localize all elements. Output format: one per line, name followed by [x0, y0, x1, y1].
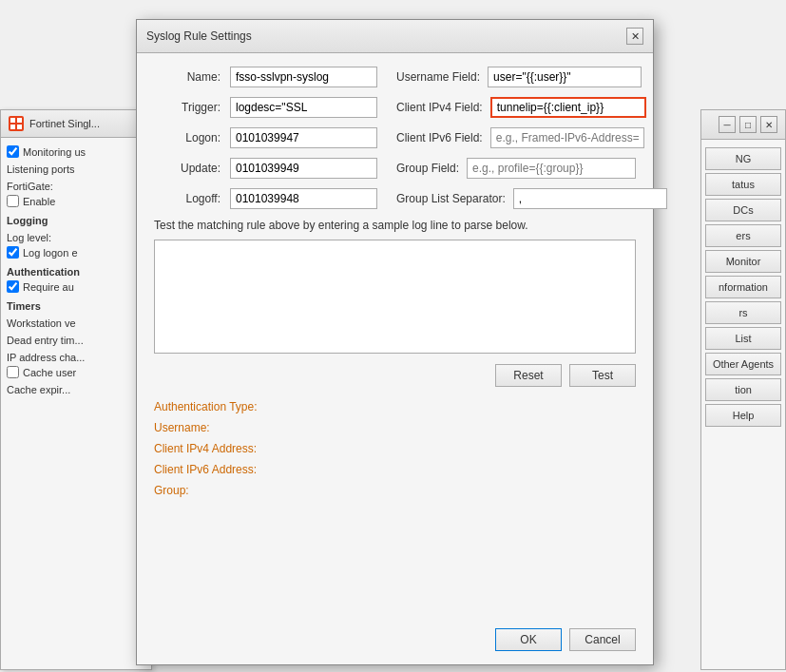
test-buttons: Reset Test — [154, 364, 636, 387]
rpanel-help-button[interactable]: Help — [705, 404, 781, 427]
dead-entry-label: Dead entry tim... — [7, 335, 145, 346]
trigger-input[interactable] — [230, 97, 377, 118]
logoff-input[interactable] — [230, 188, 377, 209]
monitoring-checkbox-row[interactable]: Monitoring us — [7, 145, 145, 158]
client-ipv4-result-label: Client IPv4 Address: — [154, 442, 257, 455]
rpanel-other-agents-button[interactable]: Other Agents — [705, 353, 781, 375]
dialog-close-button[interactable]: ✕ — [626, 28, 643, 45]
svg-rect-0 — [10, 118, 15, 123]
username-field-section: Username Field: — [396, 67, 642, 87]
rpanel-rs-button[interactable]: rs — [705, 301, 781, 324]
name-input[interactable] — [230, 67, 377, 87]
cache-expiry-label: Cache expir... — [7, 384, 145, 395]
log-logon-label: Log logon e — [23, 247, 78, 259]
require-auth-checkbox[interactable] — [7, 280, 19, 293]
result-area: Authentication Type: Username: Client IP… — [154, 400, 636, 501]
right-panel: ─ □ ✕ NG tatus DCs ers Monitor nformatio… — [700, 109, 786, 670]
rpanel-list-button[interactable]: List — [705, 327, 781, 350]
group-field-section: Group Field: — [396, 158, 636, 179]
client-ipv6-field-label: Client IPv6 Field: — [396, 131, 483, 144]
client-ipv4-field-label: Client IPv4 Field: — [396, 101, 483, 114]
trigger-row: Trigger: Client IPv4 Field: — [154, 97, 636, 118]
test-button[interactable]: Test — [569, 364, 636, 387]
timers-section-title: Timers — [7, 300, 145, 312]
group-result-label: Group: — [154, 484, 189, 497]
dialog-title: Syslog Rule Settings — [146, 29, 252, 43]
trigger-label: Trigger: — [154, 101, 220, 114]
update-input[interactable] — [230, 158, 377, 179]
rpanel-ers-button[interactable]: ers — [705, 224, 781, 247]
log-logon-checkbox[interactable] — [7, 246, 19, 259]
rpanel-dcs-button[interactable]: DCs — [705, 199, 781, 221]
cache-user-checkbox[interactable] — [7, 366, 19, 378]
logging-section-title: Logging — [7, 215, 145, 226]
client-ipv4-result-row: Client IPv4 Address: — [154, 442, 636, 459]
require-auth-label: Require au — [23, 281, 74, 293]
log-logon-checkbox-row[interactable]: Log logon e — [7, 246, 145, 259]
auth-type-result-label: Authentication Type: — [154, 400, 258, 413]
name-row: Name: Username Field: — [154, 67, 636, 87]
username-result-row: Username: — [154, 421, 636, 438]
client-ipv4-field-section: Client IPv4 Field: — [396, 97, 646, 118]
username-field-input[interactable] — [488, 67, 642, 87]
bg-window-title: Fortinet Singl... — [29, 118, 100, 129]
enable-checkbox[interactable] — [7, 195, 19, 207]
rpanel-status-button[interactable]: tatus — [705, 173, 781, 196]
client-ipv4-field-input[interactable] — [490, 97, 646, 118]
ok-button[interactable]: OK — [495, 628, 562, 651]
right-panel-buttons: NG tatus DCs ers Monitor nformation rs L… — [701, 140, 785, 434]
dialog-footer: OK Cancel — [495, 628, 636, 651]
test-area: Test the matching rule above by entering… — [154, 219, 636, 387]
syslog-rule-settings-dialog: Syslog Rule Settings ✕ Name: Username Fi… — [136, 19, 654, 665]
group-field-label: Group Field: — [396, 162, 459, 175]
bg-window-titlebar: Fortinet Singl... — [1, 110, 151, 138]
auth-type-result-row: Authentication Type: — [154, 400, 636, 417]
right-panel-titlebar: ─ □ ✕ — [701, 110, 785, 140]
svg-rect-1 — [17, 118, 22, 123]
authentication-section-title: Authentication — [7, 266, 145, 278]
cancel-button[interactable]: Cancel — [569, 628, 636, 651]
group-result-row: Group: — [154, 484, 636, 501]
reset-button[interactable]: Reset — [495, 364, 562, 387]
dialog-body: Name: Username Field: Trigger: Client IP… — [137, 53, 653, 518]
fortigate-label: FortiGate: — [7, 181, 145, 192]
username-result-label: Username: — [154, 421, 210, 434]
enable-label: Enable — [23, 196, 55, 207]
group-field-input[interactable] — [467, 158, 636, 179]
cache-user-checkbox-row[interactable]: Cache user — [7, 366, 145, 378]
monitoring-label: Monitoring us — [23, 146, 86, 158]
rpanel-ng-button[interactable]: NG — [705, 147, 781, 170]
username-field-label: Username Field: — [396, 70, 480, 84]
maximize-button[interactable]: □ — [739, 116, 757, 133]
fortinet-logo-icon — [9, 116, 24, 131]
test-textarea[interactable] — [154, 240, 636, 354]
log-level-label: Log level: — [7, 232, 145, 243]
rpanel-tion-button[interactable]: tion — [705, 378, 781, 401]
group-list-sep-label: Group List Separator: — [396, 192, 506, 205]
name-label: Name: — [154, 70, 220, 84]
monitoring-checkbox[interactable] — [7, 145, 19, 158]
rpanel-information-button[interactable]: nformation — [705, 276, 781, 298]
update-label: Update: — [154, 162, 220, 175]
client-ipv6-result-label: Client IPv6 Address: — [154, 463, 257, 476]
minimize-button[interactable]: ─ — [719, 116, 736, 133]
logon-input[interactable] — [230, 127, 377, 148]
workstation-label: Workstation ve — [7, 317, 145, 329]
ip-address-label: IP address cha... — [7, 352, 145, 363]
group-list-sep-input[interactable] — [513, 188, 667, 209]
svg-rect-2 — [10, 125, 15, 129]
svg-rect-3 — [17, 125, 22, 129]
enable-checkbox-row[interactable]: Enable — [7, 195, 145, 207]
rpanel-monitor-button[interactable]: Monitor — [705, 250, 781, 273]
group-list-sep-section: Group List Separator: — [396, 188, 667, 209]
bg-window-content: Monitoring us Listening ports FortiGate:… — [1, 138, 151, 406]
close-button-right[interactable]: ✕ — [760, 116, 777, 133]
cache-user-label: Cache user — [23, 367, 76, 378]
dialog-titlebar: Syslog Rule Settings ✕ — [137, 20, 653, 53]
listening-ports-label: Listening ports — [7, 163, 145, 175]
logon-row: Logon: Client IPv6 Field: — [154, 127, 636, 148]
client-ipv6-field-input[interactable] — [490, 127, 644, 148]
logoff-row: Logoff: Group List Separator: — [154, 188, 636, 209]
background-window: Fortinet Singl... Monitoring us Listenin… — [0, 109, 152, 670]
require-auth-checkbox-row[interactable]: Require au — [7, 280, 145, 293]
